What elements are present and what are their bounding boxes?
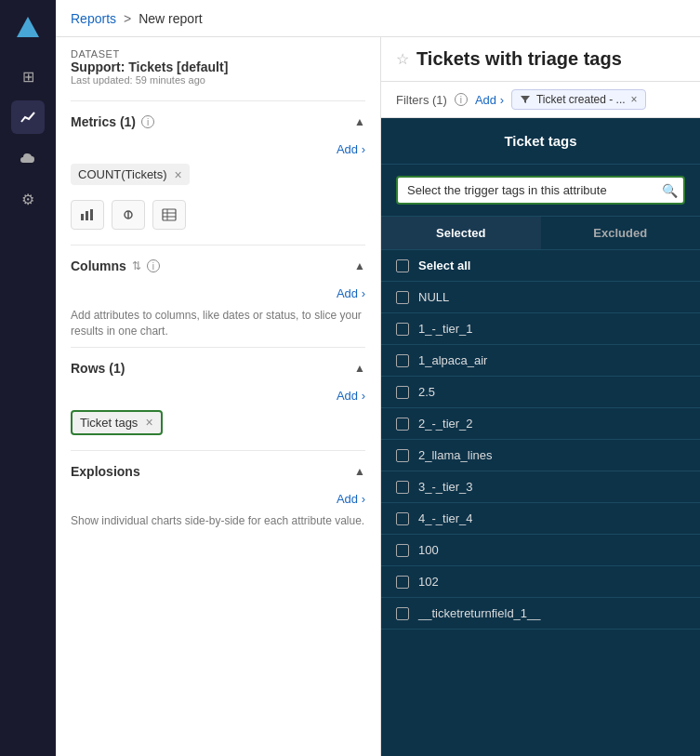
breadcrumb-current: New report [139,11,202,26]
columns-sort-icon: ⇅ [132,259,141,272]
metrics-header: Metrics (1) i ▲ [71,109,365,135]
filters-label: Filters (1) [396,93,447,107]
tag-select-all[interactable]: Select all [381,250,700,282]
metrics-add-btn[interactable]: Add › [337,142,365,156]
tag-label: 102 [418,575,439,589]
columns-title-row: Columns ⇅ i [71,259,160,273]
rows-header: Rows (1) ▲ [71,355,365,381]
nav-cloud-icon[interactable] [11,141,45,175]
tag-checkbox[interactable] [396,418,409,431]
logo [11,11,45,45]
explosions-collapse-btn[interactable]: ▲ [354,465,365,478]
metrics-info-icon[interactable]: i [141,115,154,128]
dataset-section: Dataset Support: Tickets [default] Last … [71,48,365,86]
tag-label: Select all [418,259,470,272]
columns-collapse-btn[interactable]: ▲ [354,259,365,272]
svg-rect-1 [81,214,84,220]
tag-item[interactable]: 1_alpaca_air [381,345,700,377]
tag-item[interactable]: 100 [381,535,700,566]
tag-item[interactable]: NULL [381,282,700,313]
tag-label: 2_-_tier_2 [418,417,473,431]
tag-item[interactable]: __ticketreturnfield_1__ [381,598,700,630]
tag-label: 4_-_tier_4 [418,511,473,525]
tag-checkbox[interactable] [396,607,409,620]
search-icon: 🔍 [662,183,678,198]
rows-add-btn[interactable]: Add › [337,389,365,403]
tag-checkbox[interactable] [396,386,409,399]
favorite-icon[interactable]: ☆ [396,50,409,68]
svg-rect-6 [163,209,176,220]
tag-label: 2.5 [418,385,435,399]
top-bar: Reports > New report [56,0,700,37]
tag-checkbox[interactable] [396,481,409,494]
explosions-helper-text: Show individual charts side-by-side for … [71,513,365,529]
metric-chip-remove[interactable]: × [175,168,182,181]
breadcrumb-reports[interactable]: Reports [71,11,116,26]
rows-title-row: Rows (1) [71,361,125,376]
tag-label: 3_-_tier_3 [418,480,473,494]
row-chip-label: Ticket tags [80,416,138,430]
tags-toggle-row: Selected Excluded [381,217,700,250]
row-chip-remove[interactable]: × [145,416,152,429]
tags-dropdown-title: Ticket tags [381,118,700,165]
right-panel: ☆ Tickets with triage tags Filters (1) i… [381,37,700,756]
columns-title: Columns [71,259,126,273]
rows-chip[interactable]: Ticket tags × [71,410,163,435]
rows-title: Rows (1) [71,361,125,376]
tag-item[interactable]: 2_-_tier_2 [381,408,700,440]
explosions-add-btn[interactable]: Add › [337,492,365,506]
filters-info-icon[interactable]: i [455,93,468,106]
tag-checkbox[interactable] [396,291,409,304]
tag-checkbox[interactable] [396,259,409,272]
tag-item[interactable]: 3_-_tier_3 [381,471,700,503]
metrics-chip[interactable]: COUNT(Tickets) × [71,164,190,185]
columns-add-btn[interactable]: Add › [337,286,365,300]
tags-list: Select all NULL 1_-_tier_1 1_alpaca_air … [381,250,700,756]
columns-info-icon[interactable]: i [147,259,160,272]
filters-add-btn[interactable]: Add › [475,93,504,107]
right-header: ☆ Tickets with triage tags [381,37,700,82]
tag-checkbox[interactable] [396,323,409,336]
left-navigation: ⊞ ⚙ [0,0,56,756]
chart-icon-bar[interactable] [71,200,104,230]
tags-search-row: 🔍 [381,165,700,217]
tag-checkbox[interactable] [396,544,409,557]
dataset-label: Dataset [71,48,365,60]
tags-search-input[interactable] [396,176,685,205]
filter-chip-label: Ticket created - ... [536,93,626,106]
tag-checkbox[interactable] [396,576,409,589]
tag-item[interactable]: 4_-_tier_4 [381,503,700,535]
body-split: Dataset Support: Tickets [default] Last … [56,37,700,756]
tag-item[interactable]: 1_-_tier_1 [381,313,700,345]
nav-settings-icon[interactable]: ⚙ [11,182,45,216]
tags-dropdown: Ticket tags 🔍 Selected Excluded Select a… [381,118,700,756]
tag-label: __ticketreturnfield_1__ [418,606,541,620]
chart-icon-toggle[interactable] [112,200,145,230]
chart-icons-row [71,200,365,230]
tag-item[interactable]: 102 [381,566,700,598]
left-panel: Dataset Support: Tickets [default] Last … [56,37,381,756]
tag-checkbox[interactable] [396,449,409,462]
columns-header: Columns ⇅ i ▲ [71,253,365,279]
report-title: Tickets with triage tags [416,48,622,70]
tags-excluded-btn[interactable]: Excluded [541,217,701,249]
dataset-name: Support: Tickets [default] [71,60,365,74]
filter-chip-remove[interactable]: × [631,93,638,106]
nav-grid-icon[interactable]: ⊞ [11,60,45,93]
metrics-collapse-btn[interactable]: ▲ [354,115,365,128]
tag-label: 1_-_tier_1 [418,322,473,336]
explosions-header: Explosions ▲ [71,458,365,484]
svg-rect-2 [86,211,88,220]
rows-collapse-btn[interactable]: ▲ [354,362,365,375]
tag-label: NULL [418,290,449,304]
tag-item[interactable]: 2_llama_lines [381,440,700,471]
nav-chart-icon[interactable] [11,100,45,134]
tag-label: 1_alpaca_air [418,353,487,367]
tag-item[interactable]: 2.5 [381,377,700,408]
tag-checkbox[interactable] [396,354,409,367]
filters-bar: Filters (1) i Add › Ticket created - ...… [381,82,700,118]
chart-icon-table[interactable] [152,200,186,230]
filter-chip[interactable]: Ticket created - ... × [511,89,646,110]
tag-checkbox[interactable] [396,512,409,525]
tags-selected-btn[interactable]: Selected [381,217,541,249]
